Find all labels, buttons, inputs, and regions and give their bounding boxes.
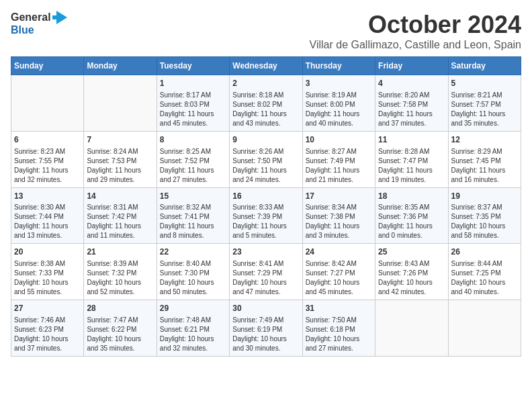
calendar-cell: 18Sunrise: 8:35 AM Sunset: 7:36 PM Dayli…: [375, 187, 448, 244]
day-info: Sunrise: 7:49 AM Sunset: 6:19 PM Dayligh…: [232, 316, 299, 353]
day-number: 16: [232, 191, 299, 202]
calendar-cell: [11, 75, 84, 132]
logo: General Blue: [11, 11, 67, 36]
calendar-cell: 2Sunrise: 8:18 AM Sunset: 8:02 PM Daylig…: [230, 75, 302, 132]
day-info: Sunrise: 8:42 AM Sunset: 7:27 PM Dayligh…: [306, 259, 372, 297]
day-number: 21: [87, 246, 153, 258]
calendar-cell: 17Sunrise: 8:34 AM Sunset: 7:38 PM Dayli…: [302, 187, 375, 244]
day-info: Sunrise: 8:18 AM Sunset: 8:02 PM Dayligh…: [232, 91, 299, 128]
location-subtitle: Villar de Gallimazo, Castille and Leon, …: [310, 39, 521, 51]
day-number: 4: [378, 78, 445, 89]
calendar-cell: 26Sunrise: 8:44 AM Sunset: 7:25 PM Dayli…: [448, 244, 521, 300]
day-number: 30: [232, 303, 299, 314]
calendar-cell: 1Sunrise: 8:17 AM Sunset: 8:03 PM Daylig…: [157, 75, 229, 132]
calendar-cell: 12Sunrise: 8:29 AM Sunset: 7:45 PM Dayli…: [448, 131, 521, 187]
calendar-cell: [375, 300, 448, 357]
day-number: 6: [14, 134, 81, 146]
day-info: Sunrise: 8:19 AM Sunset: 8:00 PM Dayligh…: [306, 91, 372, 128]
day-number: 7: [87, 134, 153, 146]
day-info: Sunrise: 7:50 AM Sunset: 6:18 PM Dayligh…: [306, 316, 372, 353]
day-number: 24: [306, 246, 372, 258]
header-row: SundayMondayTuesdayWednesdayThursdayFrid…: [11, 57, 521, 75]
day-number: 31: [306, 303, 372, 314]
day-number: 9: [232, 134, 299, 146]
calendar-cell: [448, 300, 521, 357]
calendar-cell: 28Sunrise: 7:47 AM Sunset: 6:22 PM Dayli…: [84, 300, 157, 357]
day-info: Sunrise: 8:34 AM Sunset: 7:38 PM Dayligh…: [306, 203, 372, 240]
logo-general: General: [11, 11, 51, 24]
calendar-cell: 22Sunrise: 8:40 AM Sunset: 7:30 PM Dayli…: [157, 244, 229, 300]
day-number: 26: [451, 246, 518, 258]
day-info: Sunrise: 8:28 AM Sunset: 7:47 PM Dayligh…: [378, 147, 445, 185]
calendar-cell: 10Sunrise: 8:27 AM Sunset: 7:49 PM Dayli…: [302, 131, 375, 187]
calendar-cell: 25Sunrise: 8:43 AM Sunset: 7:26 PM Dayli…: [375, 244, 448, 300]
calendar-cell: 13Sunrise: 8:30 AM Sunset: 7:44 PM Dayli…: [11, 187, 84, 244]
day-number: 23: [232, 246, 299, 258]
calendar-week-row: 20Sunrise: 8:38 AM Sunset: 7:33 PM Dayli…: [11, 244, 521, 300]
day-number: 11: [378, 134, 445, 146]
day-info: Sunrise: 8:35 AM Sunset: 7:36 PM Dayligh…: [378, 203, 445, 240]
day-info: Sunrise: 8:21 AM Sunset: 7:57 PM Dayligh…: [451, 91, 518, 128]
calendar-cell: 21Sunrise: 8:39 AM Sunset: 7:32 PM Dayli…: [84, 244, 157, 300]
calendar-cell: 14Sunrise: 8:31 AM Sunset: 7:42 PM Dayli…: [84, 187, 157, 244]
day-number: 29: [160, 303, 226, 314]
day-header-saturday: Saturday: [448, 57, 521, 75]
day-header-wednesday: Wednesday: [230, 57, 302, 75]
day-number: 2: [232, 78, 299, 89]
calendar-cell: 23Sunrise: 8:41 AM Sunset: 7:29 PM Dayli…: [230, 244, 302, 300]
calendar-cell: 16Sunrise: 8:33 AM Sunset: 7:39 PM Dayli…: [230, 187, 302, 244]
day-info: Sunrise: 8:43 AM Sunset: 7:26 PM Dayligh…: [378, 259, 445, 297]
calendar-cell: 8Sunrise: 8:25 AM Sunset: 7:52 PM Daylig…: [157, 131, 229, 187]
calendar-cell: 27Sunrise: 7:46 AM Sunset: 6:23 PM Dayli…: [11, 300, 84, 357]
day-info: Sunrise: 8:23 AM Sunset: 7:55 PM Dayligh…: [14, 147, 81, 185]
month-title: October 2024: [310, 11, 521, 39]
day-info: Sunrise: 8:25 AM Sunset: 7:52 PM Dayligh…: [160, 147, 226, 185]
day-number: 3: [306, 78, 372, 89]
calendar-cell: 6Sunrise: 8:23 AM Sunset: 7:55 PM Daylig…: [11, 131, 84, 187]
calendar-cell: 7Sunrise: 8:24 AM Sunset: 7:53 PM Daylig…: [84, 131, 157, 187]
day-number: 25: [378, 246, 445, 258]
day-header-sunday: Sunday: [11, 57, 84, 75]
day-info: Sunrise: 8:27 AM Sunset: 7:49 PM Dayligh…: [306, 147, 372, 185]
calendar-cell: 19Sunrise: 8:37 AM Sunset: 7:35 PM Dayli…: [448, 187, 521, 244]
day-info: Sunrise: 7:47 AM Sunset: 6:22 PM Dayligh…: [87, 316, 153, 353]
day-header-monday: Monday: [84, 57, 157, 75]
day-info: Sunrise: 8:33 AM Sunset: 7:39 PM Dayligh…: [232, 203, 299, 240]
day-number: 17: [306, 191, 372, 202]
day-info: Sunrise: 8:20 AM Sunset: 7:58 PM Dayligh…: [378, 91, 445, 128]
day-info: Sunrise: 8:26 AM Sunset: 7:50 PM Dayligh…: [232, 147, 299, 185]
day-number: 1: [160, 78, 226, 89]
calendar-cell: [84, 75, 157, 132]
calendar-week-row: 6Sunrise: 8:23 AM Sunset: 7:55 PM Daylig…: [11, 131, 521, 187]
svg-marker-0: [52, 11, 67, 24]
calendar-cell: 29Sunrise: 7:48 AM Sunset: 6:21 PM Dayli…: [157, 300, 229, 357]
day-info: Sunrise: 8:37 AM Sunset: 7:35 PM Dayligh…: [451, 203, 518, 240]
day-number: 13: [14, 191, 81, 202]
day-info: Sunrise: 7:48 AM Sunset: 6:21 PM Dayligh…: [160, 316, 226, 353]
day-number: 28: [87, 303, 153, 314]
title-block: October 2024 Villar de Gallimazo, Castil…: [310, 11, 521, 51]
calendar-cell: 11Sunrise: 8:28 AM Sunset: 7:47 PM Dayli…: [375, 131, 448, 187]
day-number: 15: [160, 191, 226, 202]
day-header-tuesday: Tuesday: [157, 57, 229, 75]
day-number: 14: [87, 191, 153, 202]
day-header-friday: Friday: [375, 57, 448, 75]
calendar-week-row: 1Sunrise: 8:17 AM Sunset: 8:03 PM Daylig…: [11, 75, 521, 132]
day-number: 10: [306, 134, 372, 146]
day-number: 27: [14, 303, 81, 314]
day-number: 8: [160, 134, 226, 146]
day-number: 19: [451, 191, 518, 202]
calendar-cell: 30Sunrise: 7:49 AM Sunset: 6:19 PM Dayli…: [230, 300, 302, 357]
day-info: Sunrise: 8:44 AM Sunset: 7:25 PM Dayligh…: [451, 259, 518, 297]
day-info: Sunrise: 8:41 AM Sunset: 7:29 PM Dayligh…: [232, 259, 299, 297]
calendar-cell: 24Sunrise: 8:42 AM Sunset: 7:27 PM Dayli…: [302, 244, 375, 300]
calendar-table: SundayMondayTuesdayWednesdayThursdayFrid…: [11, 56, 521, 357]
calendar-cell: 3Sunrise: 8:19 AM Sunset: 8:00 PM Daylig…: [302, 75, 375, 132]
day-info: Sunrise: 8:17 AM Sunset: 8:03 PM Dayligh…: [160, 91, 226, 128]
calendar-cell: 20Sunrise: 8:38 AM Sunset: 7:33 PM Dayli…: [11, 244, 84, 300]
day-info: Sunrise: 8:30 AM Sunset: 7:44 PM Dayligh…: [14, 203, 81, 240]
day-info: Sunrise: 8:32 AM Sunset: 7:41 PM Dayligh…: [160, 203, 226, 240]
logo-arrow-icon: [52, 11, 67, 24]
day-info: Sunrise: 8:38 AM Sunset: 7:33 PM Dayligh…: [14, 259, 81, 297]
day-header-thursday: Thursday: [302, 57, 375, 75]
